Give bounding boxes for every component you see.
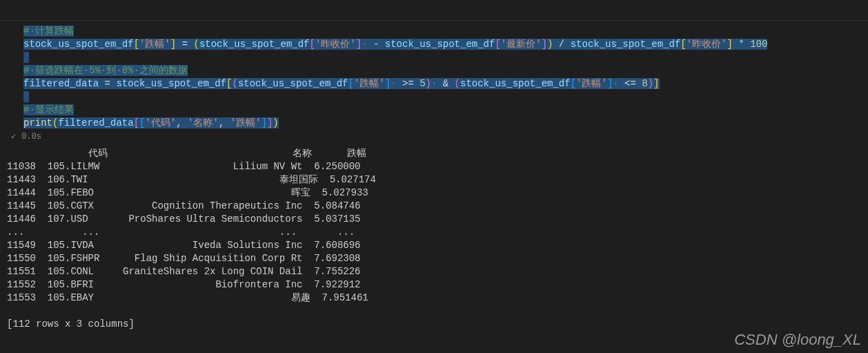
code-blank-2 [23,90,861,104]
code-line-3: #·筛选跌幅在·5%·到·8%·之间的数据 [23,64,861,77]
str-drop: '跌幅' [230,117,262,128]
whitespace-dot: · [613,78,618,89]
ge: >= [397,78,420,89]
code-line-6: print(filtered_data[['代码', '名称', '跌幅']]) [23,117,861,130]
le: <= [619,78,642,89]
watermark: CSDN @loong_XL [734,331,861,349]
bracket-close: ] [385,78,391,89]
output-block: 代码 名称 跌幅 11038 105.LILMW Lilium NV Wt 6.… [0,144,868,331]
comment-between: 之间的数据 [139,65,188,76]
code-line-2: stock_us_spot_em_df['跌幅'] = (stock_us_sp… [23,38,861,51]
bracket-open: [ [571,78,576,89]
comment-5: 5% [89,65,101,76]
execution-status: ✓ 0.0s [0,130,868,144]
bracket-close: ] [727,39,733,50]
bracket-close: ] [542,39,547,50]
whitespace-dot: · [116,65,121,76]
div: / [553,39,570,50]
execution-time: 0.0s [21,132,41,142]
var-filtered: filtered_data [23,78,99,89]
var-df: stock_us_spot_em_df [460,78,571,89]
num-5: 5 [420,78,425,89]
check-icon: ✓ [11,131,16,142]
eq: = [99,78,116,89]
var-filtered: filtered_data [58,117,133,128]
var-df: stock_us_spot_em_df [116,78,226,89]
var-df: stock_us_spot_em_df [571,39,681,50]
var-df: stock_us_spot_em_df [199,39,310,50]
whitespace-dot: · [29,104,34,115]
code-line-5: #·显示结果 [23,104,861,117]
num-100: 100 [750,39,767,50]
paren-close: ) [426,78,431,89]
str-prev: '昨收价' [315,39,356,50]
str-drop: '跌幅' [354,78,385,89]
comma: , [176,117,188,128]
eq: = [176,39,193,50]
whitespace-dot: · [391,78,396,89]
func-print: print [23,117,52,128]
top-bar [0,0,868,21]
bracket-open: [ [680,39,686,50]
bracket-close: ] [356,39,362,50]
str-prev: '昨收价' [687,39,727,50]
code-blank-1 [23,51,861,64]
bracket-open: [ [134,39,139,50]
bracket-open: [ [134,117,139,128]
comment-to: 到 [106,65,116,76]
paren-open: ( [455,78,460,89]
str-name: '名称' [188,117,219,128]
bracket-close: ] [653,78,659,89]
whitespace-dot: · [134,65,139,76]
var-df: stock_us_spot_em_df [23,39,134,50]
whitespace-dot: · [29,65,34,76]
bracket-open: [ [310,39,315,50]
str-latest: '最新价' [501,39,542,50]
paren-close: ) [648,78,653,89]
whitespace-dot: · [362,39,367,50]
and: & [437,78,454,89]
bracket-close: ] [262,117,267,128]
paren-close: ) [273,117,278,128]
whitespace-dot: · [29,26,34,37]
whitespace-dot: · [83,65,89,76]
code-cell[interactable]: #·计算跌幅 stock_us_spot_em_df['跌幅'] = (stoc… [0,21,868,130]
comment-text: 筛选跌幅在 [35,65,83,76]
code-line-4: filtered_data = stock_us_spot_em_df[(sto… [23,77,861,90]
comment-text: 显示结果 [35,104,74,115]
code-line-1: #·计算跌幅 [23,25,861,38]
minus: - [368,39,385,50]
str-code: '代码' [145,117,176,128]
paren-open: ( [193,39,199,50]
var-df: stock_us_spot_em_df [238,78,348,89]
comma: , [219,117,230,128]
bracket-close: ] [170,39,176,50]
str-drop: '跌幅' [139,39,170,50]
var-df: stock_us_spot_em_df [385,39,495,50]
bracket-open: [ [495,39,500,50]
comment-text: 计算跌幅 [35,26,74,37]
comment-8: 8% [122,65,134,76]
bracket-open: [ [348,78,354,89]
paren-open: ( [232,78,237,89]
str-drop: '跌幅' [576,78,607,89]
num-8: 8 [642,78,647,89]
mul: * [733,39,750,50]
